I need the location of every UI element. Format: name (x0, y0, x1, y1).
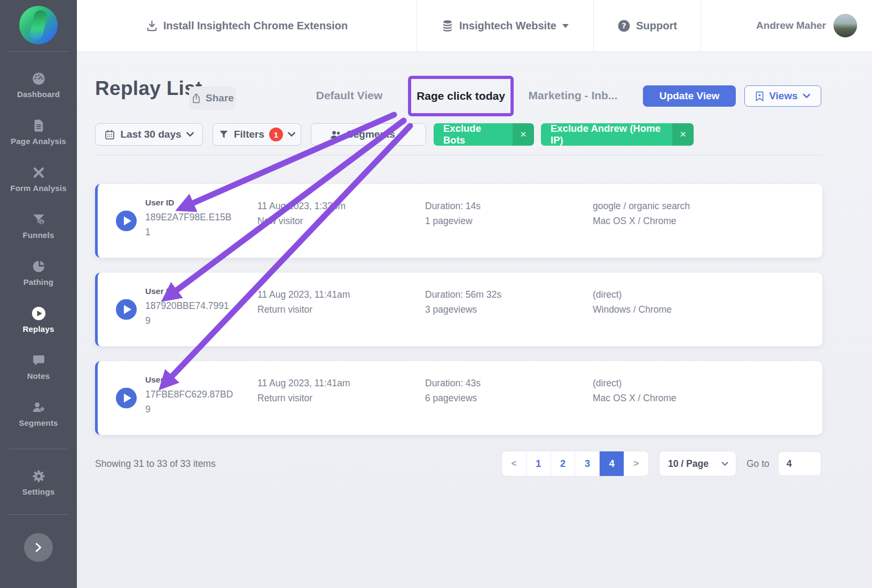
replay-datetime: 11 Aug 2023, 11:41am (257, 376, 350, 391)
user-id-value: 17FBE8FC629.87BD (145, 387, 252, 402)
tab-rage-click-today-highlighted[interactable]: Rage click today (408, 76, 514, 116)
views-button[interactable]: Views (744, 85, 821, 107)
sidebar-item-form-analysis[interactable]: Form Analysis (1, 165, 76, 193)
chip-exclude-andrew[interactable]: Exclude Andrew (Home IP) ✕ (541, 123, 694, 146)
page-analysis-icon (32, 118, 46, 133)
sidebar-item-notes[interactable]: Notes (1, 353, 76, 380)
section-divider (95, 155, 822, 155)
replay-visitor-type: Return visitor (257, 302, 350, 317)
prev-page-button[interactable]: < (502, 451, 527, 476)
sidebar-item-dashboard[interactable]: Dashboard (1, 71, 76, 99)
svg-text:$: $ (40, 220, 43, 225)
sidebar-item-pathing[interactable]: Pathing (1, 259, 76, 287)
goto-page-input[interactable] (778, 451, 821, 476)
tab-marketing[interactable]: Marketing - Inb... (524, 89, 622, 102)
chevron-down-icon (186, 132, 194, 137)
sidebar-item-label: Dashboard (17, 90, 60, 99)
play-button[interactable] (116, 299, 137, 320)
filters-dropdown[interactable]: Filters 1 (213, 123, 301, 146)
replay-duration: Duration: 56m 32s (425, 287, 501, 302)
sidebar-item-settings[interactable]: Settings (1, 469, 76, 496)
website-selector[interactable]: Insightech Website (417, 0, 593, 51)
tab-default-view[interactable]: Default View (312, 89, 387, 102)
replay-datetime: 11 Aug 2023, 11:41am (257, 287, 350, 302)
replay-list-page: Dashboard Page Analysis Form Analysis $ … (0, 0, 872, 588)
segments-icon (32, 400, 46, 415)
page-button-4-active[interactable]: 4 (600, 451, 624, 476)
page-button-1[interactable]: 1 (527, 451, 551, 476)
play-button[interactable] (116, 211, 137, 232)
replay-platform: Mac OS X / Chrome (593, 391, 677, 406)
chip-remove-button[interactable]: ✕ (513, 123, 534, 146)
replay-pageviews: 3 pageviews (425, 302, 501, 317)
replay-duration-cell: Duration: 14s 1 pageview (425, 198, 481, 228)
date-range-dropdown[interactable]: Last 30 days (95, 123, 203, 146)
user-id-label: User ID (145, 284, 252, 298)
page-title: Replay List (95, 77, 202, 100)
page-size-select[interactable]: 10 / Page (659, 451, 736, 476)
main-content: Replay List Share Default View Rage clic… (77, 52, 872, 588)
play-button[interactable] (116, 388, 137, 409)
segments-label: Segments (347, 129, 395, 140)
replay-row[interactable]: User ID 189E2A7F98E.E15B 1 11 Aug 2023, … (95, 184, 822, 258)
funnels-icon: $ (32, 212, 46, 227)
install-extension-label: Install Insightech Chrome Extension (163, 20, 348, 32)
insightech-logo-icon[interactable] (19, 6, 58, 44)
goto-page-label: Go to (747, 451, 769, 476)
chip-label: Exclude Andrew (Home IP) (541, 123, 672, 146)
sidebar-item-label: Notes (27, 371, 50, 380)
results-summary: Showing 31 to 33 of 33 items (95, 451, 216, 476)
replay-source: google / organic search (593, 198, 690, 213)
sidebar-item-funnels[interactable]: $ Funnels (1, 212, 76, 240)
share-button[interactable]: Share (189, 86, 236, 110)
sidebar-expand-button[interactable] (24, 533, 53, 562)
page-button-2[interactable]: 2 (551, 451, 576, 476)
replay-visitor-type: New visitor (257, 213, 345, 228)
replay-date-cell: 11 Aug 2023, 11:41am Return visitor (257, 376, 350, 406)
date-range-label: Last 30 days (120, 129, 181, 140)
sidebar-item-label: Funnels (23, 231, 54, 240)
sidebar-item-page-analysis[interactable]: Page Analysis (1, 118, 76, 146)
pagination: < 1 2 3 4 > (502, 451, 648, 476)
dashboard-icon (32, 71, 46, 86)
filters-count-badge: 1 (269, 128, 283, 141)
sidebar-item-segments[interactable]: Segments (1, 400, 76, 427)
page-button-3[interactable]: 3 (575, 451, 600, 476)
replay-source: (direct) (593, 376, 677, 391)
segments-dropdown[interactable]: Segments (311, 123, 426, 146)
next-page-button[interactable]: > (624, 451, 648, 476)
user-id-value: 187920BBE74.7991 (145, 298, 252, 313)
replay-row[interactable]: User ID 187920BBE74.7991 9 11 Aug 2023, … (95, 273, 822, 346)
tab-rage-click-today-label: Rage click today (417, 90, 505, 102)
website-selector-label: Insightech Website (459, 20, 556, 32)
replay-user-cell: User ID 187920BBE74.7991 9 (145, 284, 252, 328)
replay-source-cell: (direct) Windows / Chrome (593, 287, 672, 317)
replay-row[interactable]: User ID 17FBE8FC629.87BD 9 11 Aug 2023, … (95, 361, 822, 435)
support-button[interactable]: ? Support (594, 0, 701, 51)
replay-datetime: 11 Aug 2023, 1:33pm (257, 198, 345, 213)
sidebar-divider (9, 51, 68, 52)
replay-pageviews: 6 pageviews (425, 391, 481, 406)
replays-icon (31, 306, 46, 321)
share-label: Share (206, 92, 234, 104)
views-label: Views (769, 90, 798, 102)
user-id-label: User ID (145, 373, 252, 387)
chip-exclude-bots[interactable]: Exclude Bots ✕ (434, 123, 534, 146)
update-view-button[interactable]: Update View (643, 85, 736, 107)
replay-source-cell: (direct) Mac OS X / Chrome (593, 376, 677, 406)
sidebar-divider (9, 449, 68, 449)
replay-pageviews: 1 pageview (425, 213, 481, 228)
install-extension-button[interactable]: Install Insightech Chrome Extension (77, 0, 417, 51)
user-menu[interactable]: Andrew Maher (701, 0, 872, 51)
sidebar-item-label: Page Analysis (11, 137, 66, 146)
users-icon (329, 129, 342, 140)
replay-source: (direct) (593, 287, 672, 302)
chip-remove-button[interactable]: ✕ (672, 123, 694, 146)
support-label: Support (636, 20, 677, 32)
filters-label: Filters (234, 129, 264, 140)
replay-date-cell: 11 Aug 2023, 1:33pm New visitor (257, 198, 345, 228)
close-icon: ✕ (680, 130, 687, 139)
avatar[interactable] (834, 14, 857, 37)
user-id-value: 9 (145, 313, 252, 328)
sidebar-item-replays[interactable]: Replays (1, 306, 76, 333)
